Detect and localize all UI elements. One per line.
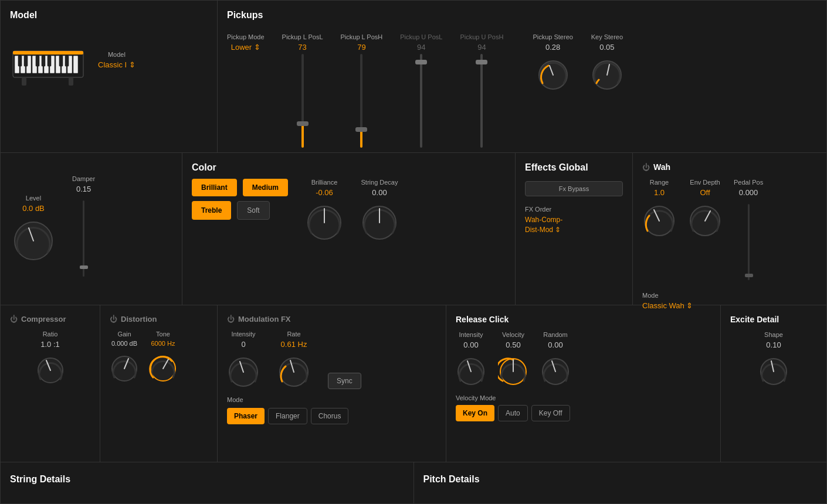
color-row-1: Brilliant Medium (192, 179, 288, 196)
damper-container: Damper 0.15 (72, 175, 95, 282)
modulation-intensity-label: Intensity (232, 331, 256, 338)
pickup-l-posl-item: Pickup L PosL 73 (282, 33, 323, 148)
velocity-mode-buttons: Key On Auto Key Off (456, 405, 711, 421)
wah-pedal-track (748, 204, 750, 280)
damper-slider[interactable] (83, 200, 84, 282)
sync-button[interactable]: Sync (328, 373, 361, 389)
modulation-mode-buttons: Phaser Flanger Chorus (227, 408, 436, 424)
pickup-u-posh-slider[interactable] (480, 54, 483, 148)
excite-detail-title: Excite Detail (730, 315, 779, 324)
effects-global-title: Effects Global (525, 162, 588, 172)
release-intensity-label: Intensity (459, 331, 483, 338)
effects-global-controls: Fx Bypass FX Order Wah-Comp-Dist-Mod ⇕ (525, 181, 623, 235)
modulation-rate-knob[interactable] (277, 356, 310, 390)
pickup-l-posh-value: 79 (357, 43, 365, 52)
fx-order-value[interactable]: Wah-Comp-Dist-Mod ⇕ (525, 215, 623, 235)
svg-rect-19 (65, 56, 69, 66)
color-panel: Color Brilliant Medium Treble Soft Brill… (182, 153, 516, 305)
svg-rect-20 (22, 77, 26, 86)
svg-rect-17 (48, 56, 51, 66)
modulation-header: ⏻ Modulation FX (227, 315, 436, 323)
key-stereo-knob[interactable] (591, 59, 623, 93)
excite-shape-knob[interactable] (758, 356, 789, 389)
pickup-stereo-value: 0.28 (545, 43, 560, 52)
pickup-u-posh-item: Pickup U PosH 94 (460, 33, 503, 148)
distortion-gain-label: Gain (117, 331, 131, 338)
brilliant-button[interactable]: Brilliant (192, 179, 237, 196)
pickup-stereo-item: Pickup Stereo 0.28 (533, 33, 572, 93)
pickup-l-posh-thumb (355, 127, 367, 132)
excite-shape-label: Shape (764, 331, 783, 338)
pickup-u-posl-item: Pickup U PosL 94 (400, 33, 442, 148)
pitch-details-title: Pitch Details (423, 474, 480, 485)
pickup-l-posh-slider[interactable] (360, 54, 362, 148)
model-panel: Model (1, 1, 218, 152)
release-random-knob[interactable] (540, 356, 571, 389)
distortion-gain-knob[interactable] (110, 354, 139, 385)
key-stereo-item: Key Stereo 0.05 (591, 33, 623, 93)
release-velocity-knob[interactable] (498, 356, 528, 389)
wah-pedal-pos-value: 0.000 (739, 188, 758, 197)
pickup-u-posl-slider[interactable] (420, 54, 422, 148)
excite-shape-container: Shape 0.10 (730, 331, 817, 389)
pickup-l-posl-slider[interactable] (301, 54, 304, 148)
wah-header: ⏻ Wah (642, 162, 817, 172)
compressor-ratio-container: Ratio 1.0 :1 (10, 331, 90, 387)
phaser-button[interactable]: Phaser (227, 408, 265, 424)
treble-button[interactable]: Treble (192, 201, 231, 220)
level-damper-panel: Level 0.0 dB Damper 0.15 (1, 153, 182, 305)
level-knob[interactable] (12, 220, 55, 264)
compressor-ratio-knob[interactable] (36, 356, 65, 387)
fx-bypass-button[interactable]: Fx Bypass (525, 181, 623, 196)
auto-button[interactable]: Auto (498, 405, 528, 421)
wah-env-depth-knob[interactable] (688, 204, 722, 240)
fx-order-container: FX Order Wah-Comp-Dist-Mod ⇕ (525, 206, 623, 235)
modulation-rate-label: Rate (287, 331, 300, 338)
color-layout: Brilliant Medium Treble Soft Brilliance … (192, 179, 506, 243)
pickup-l-posl-value: 73 (298, 43, 306, 52)
top-section: Model (1, 1, 826, 153)
wah-pedal-thumb (745, 274, 753, 277)
damper-thumb (80, 265, 88, 269)
release-intensity-value: 0.00 (463, 340, 478, 349)
wah-pedal-slider[interactable] (748, 204, 750, 286)
wah-range-knob[interactable] (642, 204, 676, 240)
pickup-u-posl-track (420, 54, 422, 148)
distortion-tone-knob[interactable] (148, 354, 178, 385)
distortion-tone-value: 6000 Hz (151, 340, 175, 347)
release-intensity-knob[interactable] (456, 356, 486, 389)
model-selector[interactable]: Model Classic I ⇕ (98, 51, 135, 69)
flanger-button[interactable]: Flanger (268, 408, 307, 424)
compressor-panel: ⏻ Compressor Ratio 1.0 :1 (1, 305, 100, 462)
modulation-mode-label: Mode (227, 396, 436, 403)
color-buttons-group: Brilliant Medium Treble Soft (192, 179, 288, 243)
damper-value: 0.15 (76, 185, 91, 193)
compressor-power-icon[interactable]: ⏻ (10, 315, 18, 323)
soft-button[interactable]: Soft (237, 201, 269, 220)
wah-range-label: Range (650, 179, 669, 186)
pickup-l-posh-item: Pickup L PosH 79 (341, 33, 383, 148)
wah-controls: Range 1.0 Env Depth Off (642, 179, 817, 286)
string-decay-label: String Decay (361, 179, 398, 186)
compressor-ratio-value: 1.0 :1 (40, 340, 60, 349)
key-on-button[interactable]: Key On (456, 405, 494, 421)
distortion-header: ⏻ Distortion (110, 315, 208, 323)
model-title: Model (10, 10, 208, 21)
key-off-button[interactable]: Key Off (531, 405, 570, 421)
string-details-panel: String Details (1, 462, 414, 503)
medium-button[interactable]: Medium (243, 179, 288, 196)
modulation-intensity-knob[interactable] (227, 356, 260, 390)
modulation-power-icon[interactable]: ⏻ (227, 315, 235, 323)
distortion-power-icon[interactable]: ⏻ (110, 315, 117, 323)
svg-rect-1 (13, 51, 83, 55)
modulation-title: Modulation FX (238, 315, 291, 323)
pickup-mode-value[interactable]: Lower ⇕ (231, 43, 260, 52)
model-value[interactable]: Classic I ⇕ (98, 60, 135, 69)
chorus-button[interactable]: Chorus (311, 408, 349, 424)
pickup-stereo-knob[interactable] (537, 59, 570, 93)
string-decay-knob[interactable] (361, 204, 398, 243)
key-stereo-value: 0.05 (599, 43, 614, 52)
velocity-mode-label: Velocity Mode (456, 394, 711, 401)
wah-power-icon[interactable]: ⏻ (642, 163, 650, 172)
brilliance-knob[interactable] (306, 204, 343, 243)
